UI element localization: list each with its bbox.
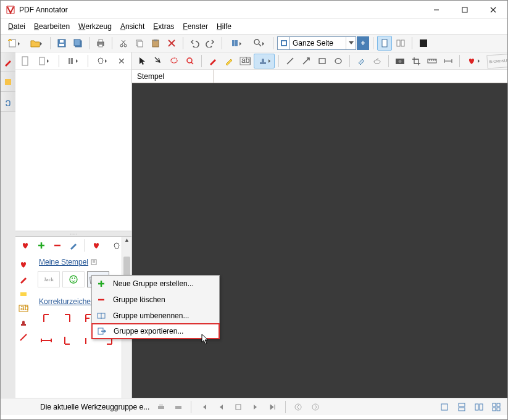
two-page-button[interactable] <box>393 36 408 51</box>
tab-attachments[interactable] <box>1 92 15 112</box>
maximize-button[interactable] <box>451 1 479 19</box>
panel-view-dropdown[interactable] <box>63 54 84 68</box>
zoom-dropdown-icon[interactable] <box>346 37 356 49</box>
menu-datei[interactable]: Datei <box>4 21 29 32</box>
tool-crop[interactable] <box>409 54 423 68</box>
tool-cursor[interactable] <box>135 54 149 68</box>
undo-button[interactable] <box>187 36 202 51</box>
copy-button[interactable] <box>132 36 147 51</box>
tool-ellipse[interactable] <box>331 54 346 68</box>
favorite-heart-icon[interactable] <box>18 238 33 253</box>
layout-two-icon[interactable] <box>472 400 486 414</box>
new-document-button[interactable] <box>3 36 24 51</box>
side-pen-icon[interactable] <box>19 275 28 284</box>
document-tab-label[interactable]: Stempel <box>132 70 214 83</box>
nav-prev-icon[interactable] <box>214 400 228 414</box>
svg-rect-11 <box>99 39 102 42</box>
panel-pages-dropdown[interactable] <box>34 54 55 68</box>
tool-line[interactable] <box>283 54 298 68</box>
menu-fenster[interactable]: Fenster <box>179 21 212 32</box>
save-all-button[interactable] <box>70 36 85 51</box>
save-button[interactable] <box>54 36 69 51</box>
group-menu-icon[interactable] <box>91 259 97 265</box>
side-text-icon[interactable]: ab| <box>19 305 28 312</box>
status-print2-icon[interactable] <box>171 400 186 414</box>
cut-button[interactable] <box>116 36 131 51</box>
nav-back-icon[interactable] <box>291 400 306 414</box>
redo-button[interactable] <box>203 36 218 51</box>
edit-pencil-icon[interactable] <box>66 238 81 253</box>
zoom-add-button[interactable]: + <box>357 36 369 50</box>
tool-camera[interactable] <box>393 54 407 68</box>
mark-2[interactable] <box>59 311 76 326</box>
tool-pen[interactable] <box>206 54 220 68</box>
tool-zoom[interactable] <box>183 54 198 68</box>
remove-red-icon[interactable] <box>50 238 65 253</box>
ctx-new-group[interactable]: Neue Gruppe erstellen... <box>92 276 219 292</box>
svg-line-45 <box>20 334 27 340</box>
ctx-delete-group[interactable]: Gruppe löschen <box>92 292 219 308</box>
panel-close-button[interactable]: ✕ <box>114 56 129 66</box>
menu-extras[interactable]: Extras <box>149 21 178 32</box>
tool-favorite-dropdown[interactable] <box>464 54 485 68</box>
nav-stop-icon[interactable] <box>231 400 246 414</box>
print-button[interactable] <box>93 36 108 51</box>
close-button[interactable] <box>479 1 507 19</box>
side-marker-icon[interactable] <box>19 290 28 299</box>
tab-pen[interactable] <box>1 52 15 72</box>
status-print-icon[interactable] <box>154 400 169 414</box>
side-line-icon[interactable] <box>19 333 28 342</box>
layout-grid-icon[interactable] <box>489 400 504 414</box>
ctx-rename-group[interactable]: Gruppe umbenennen... <box>92 308 219 324</box>
paste-button[interactable] <box>148 36 163 51</box>
tool-dimension[interactable] <box>441 54 456 68</box>
svg-point-25 <box>254 39 259 44</box>
panel-settings-dropdown[interactable] <box>92 54 113 68</box>
group-header-meine-stempel[interactable]: Meine Stempel <box>39 257 88 268</box>
panel-page-icon[interactable] <box>18 54 33 68</box>
find-button[interactable] <box>248 36 269 51</box>
tool-marker[interactable] <box>222 54 236 68</box>
tool-lasso[interactable] <box>167 54 181 68</box>
tool-rect[interactable] <box>315 54 330 68</box>
tab-notes[interactable] <box>1 72 15 92</box>
delete-button[interactable] <box>164 36 179 51</box>
side-stamp-icon[interactable] <box>19 318 28 327</box>
stamp-jack[interactable]: Jack <box>38 271 60 287</box>
tool-eraser-all[interactable] <box>370 54 385 68</box>
menubar: Datei Bearbeiten Werkzeug Ansicht Extras… <box>1 19 507 34</box>
zoom-selector[interactable]: Ganze Seite <box>277 36 356 50</box>
scroll-up-icon[interactable]: ▲ <box>122 237 131 247</box>
stamp-smiley[interactable] <box>62 271 85 287</box>
tool-text[interactable]: ab| <box>238 54 252 68</box>
mark-6[interactable] <box>59 333 76 348</box>
minimize-button[interactable] <box>422 1 451 19</box>
layout-cont-icon[interactable] <box>454 400 469 414</box>
nav-next-icon[interactable] <box>248 400 263 414</box>
document-canvas[interactable] <box>132 83 508 398</box>
side-heart-icon[interactable] <box>19 260 28 269</box>
menu-ansicht[interactable]: Ansicht <box>117 21 148 32</box>
layout-single-icon[interactable] <box>437 400 452 414</box>
add-green-icon[interactable] <box>34 238 49 253</box>
tool-pan[interactable] <box>151 54 165 68</box>
nav-last-icon[interactable] <box>265 400 280 414</box>
open-button[interactable] <box>25 36 46 51</box>
tool-eraser[interactable] <box>354 54 369 68</box>
menu-bearbeiten[interactable]: Bearbeiten <box>30 21 73 32</box>
favorite-heart2-icon[interactable] <box>89 238 104 253</box>
menu-hilfe[interactable]: Hilfe <box>213 21 235 32</box>
tool-measure[interactable] <box>425 54 439 68</box>
single-page-button[interactable] <box>377 36 392 51</box>
nav-forward-icon[interactable] <box>308 400 323 414</box>
mark-1[interactable] <box>38 311 55 326</box>
tool-stamp[interactable] <box>254 54 275 68</box>
menu-werkzeug[interactable]: Werkzeug <box>75 21 115 32</box>
panel-splitter[interactable]: ····· <box>15 231 131 237</box>
nav-first-icon[interactable] <box>196 400 211 414</box>
ctx-export-group[interactable]: Gruppe exportieren... <box>91 323 220 339</box>
mark-5[interactable] <box>38 333 55 348</box>
bookmarks-button[interactable] <box>226 36 247 51</box>
tool-arrow[interactable] <box>299 54 314 68</box>
fullscreen-button[interactable] <box>416 36 431 51</box>
